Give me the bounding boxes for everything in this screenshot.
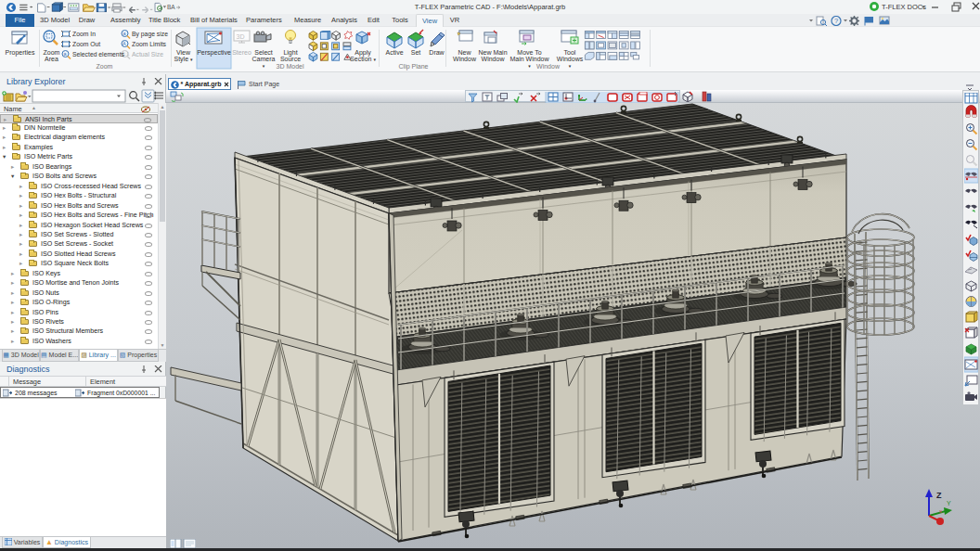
svg-text:3D: 3D [237, 33, 245, 40]
svg-text:Y: Y [947, 500, 951, 506]
svg-text:BA: BA [167, 4, 175, 10]
svg-text:x: x [939, 508, 942, 514]
svg-text:T-FLEX DOCs: T-FLEX DOCs [882, 3, 926, 11]
svg-text:?: ? [834, 17, 838, 25]
svg-text:Z: Z [936, 491, 942, 500]
svg-text:A: A [122, 41, 126, 46]
